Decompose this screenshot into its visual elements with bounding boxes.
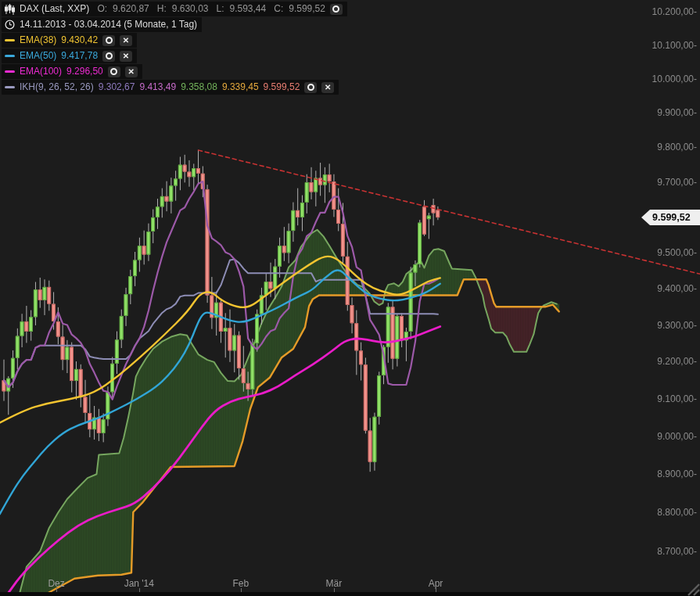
close-value: 9.599,52 xyxy=(289,3,325,15)
close-icon: ✕ xyxy=(128,68,135,76)
ikh-kijun-value: 9.302,67 xyxy=(99,81,135,93)
x-axis-label: Mär xyxy=(326,578,343,589)
x-axis-label: Jan '14 xyxy=(124,578,154,589)
indicator-value: 9.430,42 xyxy=(61,34,98,46)
indicator-row-ema38: EMA(38) 9.430,42 ✕ xyxy=(2,33,137,48)
ikh-senkou-b-value: 9.339,45 xyxy=(222,81,259,93)
date-range-row: 14.11.2013 - 03.04.2014 (5 Monate, 1 Tag… xyxy=(2,17,202,32)
eye-icon xyxy=(106,52,113,59)
candlestick-icon xyxy=(5,4,15,15)
y-axis-label: 9.900,00- xyxy=(657,107,697,118)
resize-grip-icon[interactable] xyxy=(686,582,700,596)
visibility-toggle-button[interactable] xyxy=(102,35,115,46)
y-axis-label: 10.200,00- xyxy=(652,6,697,17)
instrument-row: DAX (Last, XXP) O: 9.620,87 H: 9.630,03 … xyxy=(2,2,347,16)
clock-icon xyxy=(5,20,15,30)
high-label: H: xyxy=(157,3,167,15)
indicator-row-ikh: IKH(9, 26, 52, 26) 9.302,67 9.413,49 9.3… xyxy=(2,80,339,95)
close-icon: ✕ xyxy=(325,84,331,92)
y-axis-label: 9.400,00- xyxy=(657,283,697,294)
visibility-toggle-button[interactable] xyxy=(330,4,343,15)
y-axis-label: 9.800,00- xyxy=(657,142,697,153)
x-axis-label: Dez xyxy=(48,578,64,589)
eye-icon xyxy=(332,5,339,13)
remove-indicator-button[interactable]: ✕ xyxy=(120,35,132,46)
indicator-value: 9.417,78 xyxy=(61,50,98,62)
y-axis-label: 10.000,00- xyxy=(652,74,697,84)
y-axis-label: 8.800,00- xyxy=(657,507,697,518)
remove-indicator-button[interactable]: ✕ xyxy=(120,51,132,62)
eye-icon xyxy=(307,84,314,91)
indicator-name: EMA(100) xyxy=(20,66,62,77)
y-axis-label: 9.500,00- xyxy=(657,247,697,258)
y-axis-label: 9.300,00- xyxy=(657,320,697,331)
visibility-toggle-button[interactable] xyxy=(102,51,115,62)
indicator-row-ema50: EMA(50) 9.417,78 ✕ xyxy=(2,48,137,63)
line-swatch-icon xyxy=(5,70,15,73)
indicator-name: IKH(9, 26, 52, 26) xyxy=(20,81,94,93)
instrument-title: DAX (Last, XXP) xyxy=(20,3,89,15)
last-price-badge: 9.599,52 xyxy=(641,210,700,225)
y-axis-label: 8.900,00- xyxy=(657,469,697,479)
y-axis-label: 9.000,00- xyxy=(657,431,697,442)
ikh-tenkan-value: 9.413,49 xyxy=(139,81,176,93)
line-swatch-icon xyxy=(5,55,15,57)
open-label: O: xyxy=(97,3,107,15)
y-axis-label: 10.100,00- xyxy=(652,40,697,51)
eye-icon xyxy=(106,37,113,44)
y-axis-label: 9.200,00- xyxy=(657,356,697,367)
ikh-chikou-value: 9.599,52 xyxy=(264,81,300,93)
line-swatch-icon xyxy=(5,39,15,41)
indicator-row-ema100: EMA(100) 9.296,50 ✕ xyxy=(2,64,142,79)
indicator-value: 9.296,50 xyxy=(66,66,103,77)
indicator-name: EMA(50) xyxy=(20,50,56,62)
line-swatch-icon xyxy=(5,86,15,88)
date-range-text: 14.11.2013 - 03.04.2014 (5 Monate, 1 Tag… xyxy=(20,19,197,31)
high-value: 9.630,03 xyxy=(172,3,209,15)
close-icon: ✕ xyxy=(123,37,129,45)
low-label: L: xyxy=(216,3,224,15)
y-axis-label: 9.700,00- xyxy=(657,177,697,188)
indicator-name: EMA(38) xyxy=(20,34,56,46)
visibility-toggle-button[interactable] xyxy=(304,82,317,93)
x-axis-label: Feb xyxy=(233,578,249,589)
low-value: 9.593,44 xyxy=(230,3,267,15)
visibility-toggle-button[interactable] xyxy=(108,66,120,77)
close-icon: ✕ xyxy=(123,52,129,60)
chart-window: DAX (Last, XXP) O: 9.620,87 H: 9.630,03 … xyxy=(0,0,700,596)
remove-indicator-button[interactable]: ✕ xyxy=(321,82,334,93)
open-value: 9.620,87 xyxy=(113,3,149,15)
chart-legend: DAX (Last, XXP) O: 9.620,87 H: 9.630,03 … xyxy=(2,2,347,95)
eye-icon xyxy=(110,68,117,75)
y-axis-label: 9.100,00- xyxy=(657,393,697,404)
bottom-scroll-bar[interactable] xyxy=(0,592,700,596)
x-axis-label: Apr xyxy=(429,578,443,589)
close-label: C: xyxy=(274,3,283,15)
ikh-senkou-a-value: 9.358,08 xyxy=(181,81,217,93)
y-axis-label: 8.700,00- xyxy=(657,546,697,557)
remove-indicator-button[interactable]: ✕ xyxy=(125,66,138,77)
